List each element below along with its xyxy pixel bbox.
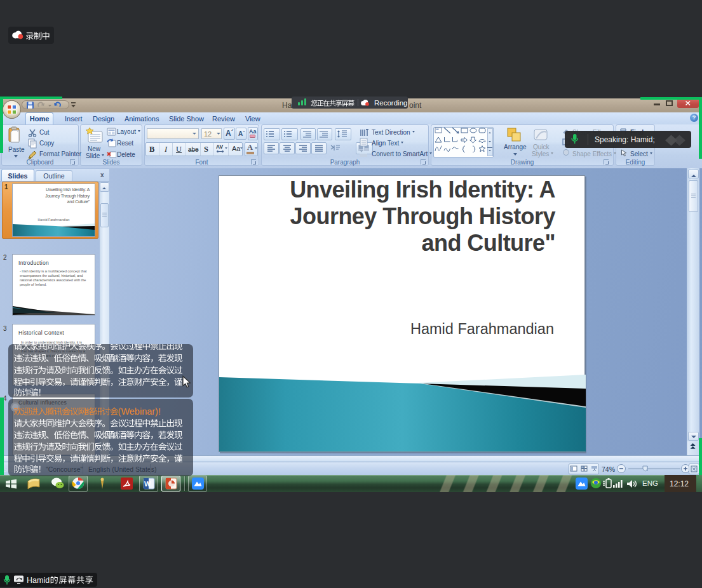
svg-text:Speaking: Hamid;: Speaking: Hamid; xyxy=(595,135,655,144)
svg-text:(Webinar)!: (Webinar)! xyxy=(118,406,161,417)
svg-text:Hamid: Hamid xyxy=(27,576,50,585)
svg-text:W: W xyxy=(144,480,151,488)
svg-text:Recording: Recording xyxy=(374,99,407,107)
